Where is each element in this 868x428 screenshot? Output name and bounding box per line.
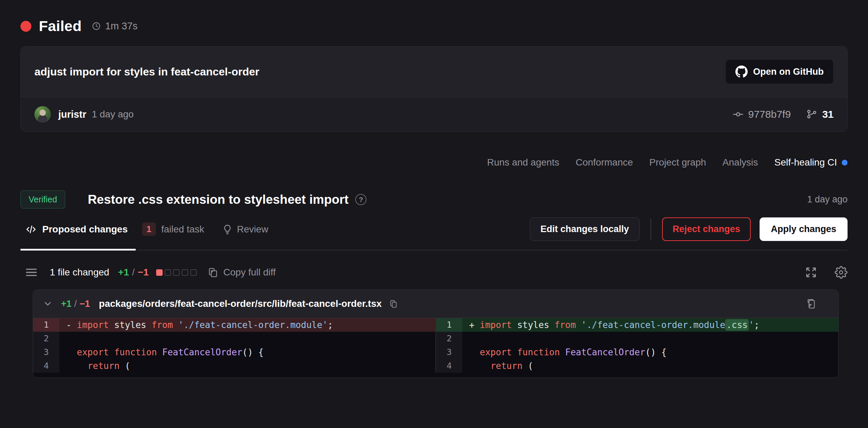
code-text: return ( [59,359,435,373]
file-diff-stats: +1 / −1 [61,299,90,309]
line-number: 2 [436,332,462,345]
commit-title-row: adjust import for styles in feat-cancel-… [21,46,847,97]
commit-icon [732,109,744,120]
fix-title: Restore .css extension to stylesheet imp… [88,192,348,207]
run-duration: 1m 37s [105,20,137,32]
secondary-nav: Runs and agentsConformanceProject graphA… [20,157,848,168]
nav-item-project-graph[interactable]: Project graph [649,157,706,168]
diff-pane-left[interactable]: 1- import styles from './feat-cancel-ord… [33,318,436,373]
ratio-square [156,269,163,276]
apply-changes-button[interactable]: Apply changes [760,217,848,241]
chevron-down-icon[interactable] [43,299,53,309]
line-number: 3 [33,345,59,359]
line-number: 1 [436,318,462,332]
expand-icon[interactable] [805,266,818,279]
tab-failed-label: failed task [161,224,204,235]
files-changed-label: 1 file changed [50,267,109,278]
avatar[interactable] [34,106,51,123]
diff-toolbar-right [805,266,848,279]
lightbulb-icon [222,224,233,235]
deletions-count: −1 [138,267,149,278]
copy-full-diff-label: Copy full diff [223,267,276,278]
diff-line: 3 export function FeatCancelOrder() { [33,345,435,359]
nav-item-analysis[interactable]: Analysis [722,157,758,168]
clipboard-icon[interactable] [805,298,817,310]
diff-line: 3 export function FeatCancelOrder() { [436,345,838,359]
nav-item-self-healing-ci[interactable]: Self-healing CI [774,157,848,168]
tab-proposed-changes[interactable]: Proposed changes [20,224,128,235]
help-icon[interactable]: ? [355,194,366,205]
tab-review[interactable]: Review [222,224,268,235]
diff-pane-right[interactable]: 1+ import styles from './feat-cancel-ord… [436,318,838,373]
actions-divider [650,219,651,240]
diff-line: 4 return ( [33,359,435,373]
branch-icon [806,109,818,120]
tab-proposed-label: Proposed changes [42,224,128,235]
file-list-menu-icon[interactable] [25,266,38,279]
gear-icon[interactable] [835,266,848,279]
clock-icon [92,22,101,31]
author-name: juristr [58,109,86,120]
nav-item-conformance[interactable]: Conformance [575,157,633,168]
code-text: return ( [462,359,838,373]
file-stats-separator: / [74,299,77,309]
fix-heading-row: Verified Restore .css extension to style… [20,190,848,209]
diff-ratio-squares [156,269,197,276]
ratio-square [190,269,197,276]
status-label: Failed [39,18,81,34]
open-on-github-button[interactable]: Open on GitHub [725,59,834,84]
line-number: 2 [33,332,59,345]
github-icon [735,66,748,78]
active-tab-underline [20,249,136,251]
code-text: export function FeatCancelOrder() { [462,345,838,359]
copy-path-icon[interactable] [389,299,398,309]
tab-review-label: Review [237,224,268,235]
code-icon [25,224,37,235]
commit-message: adjust import for styles in feat-cancel-… [34,66,259,78]
commit-ref[interactable]: 9778b7f9 [732,109,791,120]
diff-toolbar: 1 file changed +1 / −1 Copy full diff [25,266,848,279]
diff-line: 2 [33,332,435,345]
diff-line: 4 return ( [436,359,838,373]
file-deletions: −1 [79,299,90,309]
commit-time-ago: 1 day ago [92,109,134,120]
diff-file-header[interactable]: +1 / −1 packages/orders/feat-cancel-orde… [33,290,838,318]
diff-line: 1- import styles from './feat-cancel-ord… [33,318,435,332]
commit-meta-row: juristr 1 day ago 9778b7f9 31 [21,97,847,131]
file-additions: +1 [61,299,72,309]
verified-badge: Verified [20,190,65,209]
ratio-square [173,269,180,276]
commit-refs: 9778b7f9 31 [732,109,834,120]
edit-changes-locally-button[interactable]: Edit changes locally [530,217,640,241]
commit-hash: 9778b7f9 [748,109,791,120]
branch-count: 31 [822,109,834,120]
code-text: + import styles from './feat-cancel-orde… [462,318,838,332]
tabs-row: Proposed changes 1 failed task Review Ed… [20,217,848,251]
additions-count: +1 [118,267,129,278]
diff-line: 1+ import styles from './feat-cancel-ord… [436,318,838,332]
branch-ref[interactable]: 31 [806,109,834,120]
line-number: 4 [33,359,59,373]
nav-item-runs-and-agents[interactable]: Runs and agents [487,157,559,168]
line-number: 3 [436,345,462,359]
tab-failed-task[interactable]: 1 failed task [142,223,205,236]
line-number: 1 [33,318,59,332]
diff-stats: +1 / −1 [118,267,149,278]
diff-line: 2 [436,332,838,345]
file-path: packages/orders/feat-cancel-order/src/li… [99,298,381,309]
run-status-header: Failed 1m 37s [20,18,848,34]
notification-dot [842,160,848,166]
ratio-square [182,269,188,276]
stats-separator: / [132,267,135,278]
action-buttons: Edit changes locally Reject changes Appl… [530,217,848,241]
copy-icon [207,267,219,278]
ratio-square [165,269,171,276]
copy-full-diff-button[interactable]: Copy full diff [207,267,276,278]
reject-changes-button[interactable]: Reject changes [662,217,751,241]
code-text [59,332,435,345]
diff-body: 1- import styles from './feat-cancel-ord… [33,318,838,377]
page: Failed 1m 37s adjust import for styles i… [0,18,868,378]
open-on-github-label: Open on GitHub [753,67,824,77]
code-text: export function FeatCancelOrder() { [59,345,435,359]
code-text: - import styles from './feat-cancel-orde… [59,318,435,332]
